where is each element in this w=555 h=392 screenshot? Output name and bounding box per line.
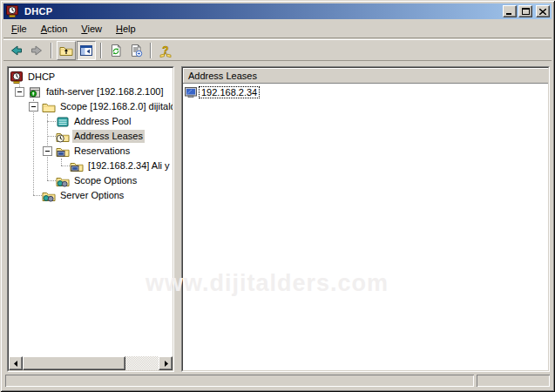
tree-item-label: fatih-server [192.168.2.100] — [44, 85, 166, 98]
lease-ip-label: 192.168.2.34 — [199, 86, 260, 98]
minimize-button[interactable] — [503, 5, 517, 17]
tree-item-label: [192.168.2.34] Ali y — [86, 159, 172, 172]
scrollbar-thumb[interactable] — [23, 356, 125, 370]
address-leases-panel: Address Leases 192.168.2.34 — [181, 66, 550, 372]
tree-horizontal-scrollbar[interactable] — [9, 356, 173, 370]
collapse-toggle[interactable] — [29, 102, 38, 112]
dhcp-tree: DHCP fatih-server [192.168.2.100] — [9, 68, 173, 356]
scroll-right-button[interactable] — [159, 356, 173, 370]
svg-text:?: ? — [162, 44, 168, 56]
menu-action[interactable]: Action — [34, 21, 75, 37]
help-icon: ? — [159, 44, 173, 57]
dhcp-console-window: DHCP File Action View Help — [0, 0, 555, 392]
computer-icon — [184, 85, 198, 99]
scrollbar-track[interactable] — [125, 356, 159, 370]
status-panel-secondary — [477, 375, 550, 387]
tree-item-server[interactable]: fatih-server [192.168.2.100] — [9, 84, 173, 99]
tree-item-label: Address Leases — [72, 130, 145, 143]
back-icon — [10, 44, 24, 57]
close-icon — [539, 9, 546, 15]
tree-item-label: Reservations — [72, 145, 132, 158]
toolbar-separator — [100, 43, 102, 58]
show-hide-console-tree-icon — [79, 44, 93, 57]
window-controls — [503, 5, 550, 17]
scroll-left-button[interactable] — [9, 356, 23, 370]
title-bar[interactable]: DHCP — [3, 3, 552, 19]
up-one-level-icon — [59, 44, 73, 57]
scroll-right-icon — [163, 361, 169, 367]
content-area: DHCP fatih-server [192.168.2.100] — [3, 62, 552, 373]
lease-list-item[interactable]: 192.168.2.34 — [184, 85, 547, 99]
tree-guide-line — [33, 99, 34, 195]
status-panel-main — [5, 375, 474, 387]
menu-bar: File Action View Help — [3, 19, 552, 38]
menu-view[interactable]: View — [74, 21, 109, 37]
close-button[interactable] — [536, 5, 550, 17]
tree-guide-stub — [47, 180, 56, 181]
dhcp-app-icon — [5, 4, 19, 18]
scope-options-icon — [56, 174, 70, 188]
tree-item-label: Address Pool — [72, 115, 132, 128]
tree-guide-stub — [61, 166, 70, 166]
collapse-toggle[interactable] — [43, 146, 52, 156]
menu-action-rest: ction — [47, 24, 67, 34]
column-header-address-leases[interactable]: Address Leases — [183, 68, 548, 84]
refresh-button[interactable] — [106, 41, 125, 60]
menu-view-rest: iew — [87, 24, 102, 34]
collapse-toggle[interactable] — [15, 87, 24, 97]
refresh-icon — [109, 44, 123, 57]
tree-item-label: DHCP — [26, 71, 57, 84]
tree-guide-stub — [47, 136, 56, 137]
tree-item-dhcp-root[interactable]: DHCP — [9, 70, 173, 84]
menu-help-initial: H — [116, 24, 123, 34]
column-header-label: Address Leases — [188, 71, 257, 81]
show-hide-console-tree-button[interactable] — [77, 41, 96, 60]
menu-action-initial: A — [41, 24, 47, 34]
forward-button[interactable] — [27, 41, 46, 60]
address-pool-icon — [56, 115, 70, 129]
minimize-icon — [506, 9, 513, 15]
menu-help[interactable]: Help — [109, 21, 143, 37]
dhcp-console-icon — [10, 71, 24, 84]
tree-item-label: Scope [192.168.2.0] dijitald — [58, 100, 173, 113]
dhcp-server-icon — [28, 85, 42, 99]
menu-help-rest: elp — [123, 24, 136, 34]
scope-folder-icon — [42, 100, 56, 114]
reservations-icon — [56, 145, 70, 159]
help-button[interactable]: ? — [156, 41, 175, 60]
tree-guide-line — [61, 159, 62, 166]
toolbar-separator — [150, 43, 152, 58]
tree-guide-stub — [47, 121, 56, 122]
tree-guide-stub — [33, 195, 42, 196]
export-list-button[interactable] — [126, 41, 146, 60]
console-tree-panel: DHCP fatih-server [192.168.2.100] — [7, 66, 174, 372]
address-leases-icon — [56, 130, 70, 144]
menu-file[interactable]: File — [4, 21, 34, 37]
scroll-left-icon — [13, 361, 19, 367]
toolbar: ? — [3, 39, 552, 61]
back-button[interactable] — [7, 41, 26, 60]
up-one-level-button[interactable] — [57, 41, 76, 60]
reservation-icon — [70, 159, 84, 173]
menu-file-initial: F — [11, 24, 17, 34]
lease-list: 192.168.2.34 — [183, 84, 548, 101]
export-list-icon — [129, 44, 143, 57]
menu-file-rest: ile — [17, 24, 27, 34]
window-title: DHCP — [24, 6, 500, 17]
tree-item-label: Scope Options — [72, 174, 139, 187]
address-leases-surface: Address Leases 192.168.2.34 — [182, 67, 549, 371]
maximize-icon — [522, 8, 530, 15]
console-tree-surface: DHCP fatih-server [192.168.2.100] — [8, 67, 173, 371]
tree-item-label: Server Options — [58, 189, 125, 202]
forward-icon — [30, 44, 44, 57]
maximize-button[interactable] — [518, 5, 532, 17]
server-options-icon — [42, 189, 56, 203]
status-bar — [3, 373, 552, 389]
toolbar-separator — [51, 43, 52, 58]
